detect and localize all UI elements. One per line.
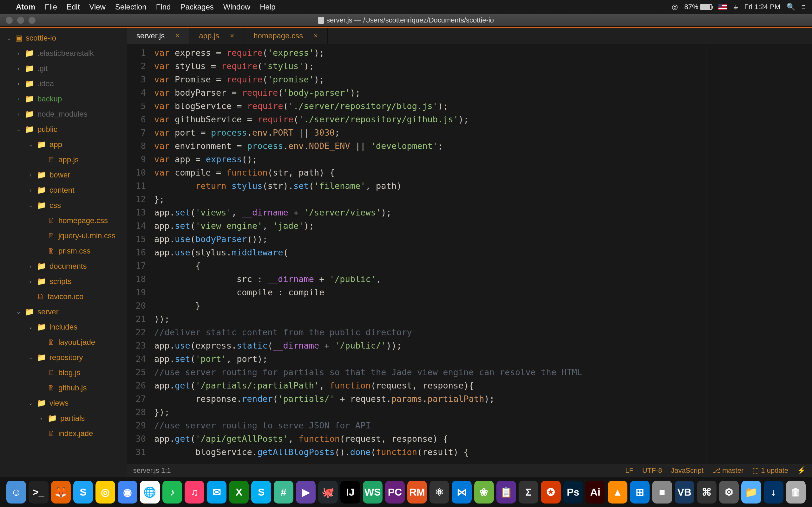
dock-app-icon[interactable]: VB [675,481,694,504]
menu-window[interactable]: Window [223,3,250,11]
disclosure-chevron-icon[interactable]: › [15,80,21,87]
code-line[interactable]: //deliver static content from the public… [154,326,812,339]
code-line[interactable]: var bodyParser = require('body-parser'); [154,86,812,100]
disclosure-chevron-icon[interactable]: › [15,96,21,102]
notification-center-icon[interactable]: ≡ [802,3,806,11]
code-line[interactable]: app.set('views', __dirname + '/server/vi… [154,206,812,219]
dock-app-icon[interactable]: 📁 [741,481,761,504]
code-line[interactable]: var compile = function(str, path) { [154,166,812,179]
dock-app-icon[interactable]: ■ [652,481,672,504]
dock-app-icon[interactable]: >_ [29,481,48,504]
disclosure-chevron-icon[interactable]: › [38,415,44,422]
folder-server[interactable]: ⌄📁server [0,304,127,320]
code-line[interactable]: app.use(stylus.middleware( [154,246,812,259]
wifi-icon[interactable]: ⏚ [734,3,738,11]
disclosure-chevron-icon[interactable]: ⌄ [27,354,34,361]
code-line[interactable]: }); [154,406,812,419]
code-line[interactable]: blogService.getAllBlogPosts().done(funct… [154,446,812,459]
code-line[interactable]: response.render('partials/' + request.pa… [154,392,812,406]
file-github.js[interactable]: 🗎github.js [0,380,127,395]
code-line[interactable]: var express = require('express'); [154,46,812,60]
code-line[interactable]: var githubService = require('./server/re… [154,113,812,126]
dock-app-icon[interactable]: WS [363,481,383,504]
dock-app-icon[interactable]: ▲ [608,481,627,504]
disclosure-chevron-icon[interactable]: ⌄ [27,202,34,209]
dock-app-icon[interactable]: 📋 [496,481,516,504]
folder-css[interactable]: ⌄📁css [0,198,127,213]
dock-app-icon[interactable]: IJ [340,481,360,504]
tab-app.js[interactable]: app.js× [189,28,244,44]
dock-app-icon[interactable]: ⋈ [452,481,471,504]
file-layout.jade[interactable]: 🗎layout.jade [0,335,127,350]
file-homepage.css[interactable]: 🗎homepage.css [0,213,127,228]
disclosure-chevron-icon[interactable]: ⌄ [27,324,34,331]
menu-selection[interactable]: Selection [115,3,147,11]
dock-app-icon[interactable]: ⚙ [719,481,739,504]
folder-node_modules[interactable]: ›📁node_modules [0,107,127,122]
code-line[interactable]: var Promise = require('promise'); [154,73,812,86]
dock-app-icon[interactable]: 🗑 [786,481,806,504]
folder-scripts[interactable]: ›📁scripts [0,274,127,289]
disclosure-chevron-icon[interactable]: › [27,278,34,285]
dock-app-icon[interactable]: 🌐 [140,481,159,504]
disclosure-chevron-icon[interactable]: › [15,65,21,72]
dock-app-icon[interactable]: ✪ [541,481,560,504]
dock-app-icon[interactable]: ⚛ [429,481,449,504]
code-line[interactable]: var environment = process.env.NODE_ENV |… [154,139,812,153]
disclosure-chevron-icon[interactable]: ⌄ [15,126,21,133]
close-tab-icon[interactable]: × [230,32,234,40]
disclosure-chevron-icon[interactable]: › [15,111,21,118]
dock-app-icon[interactable]: S [73,481,93,504]
folder-.idea[interactable]: ›📁.idea [0,76,127,91]
dock-app-icon[interactable]: ♫ [185,481,204,504]
dock-app-icon[interactable]: ⊞ [630,481,650,504]
tab-homepage.css[interactable]: homepage.css× [244,28,328,44]
status-file-pos[interactable]: server.js 1:1 [133,466,171,475]
code-line[interactable]: //use server routing for partials so tha… [154,366,812,379]
dock-app-icon[interactable]: ⌘ [697,481,716,504]
menu-file[interactable]: File [45,3,57,11]
code-line[interactable]: //use server routing to serve JSON for A… [154,419,812,432]
folder-public[interactable]: ⌄📁public [0,122,127,137]
squirrel-icon[interactable]: ⚡ [797,466,806,475]
folder-repository[interactable]: ⌄📁repository [0,350,127,365]
folder-.git[interactable]: ›📁.git [0,61,127,76]
package-updates[interactable]: ⬚ 1 update [752,466,788,475]
dock-app-icon[interactable]: ❀ [474,481,494,504]
git-branch[interactable]: ⎇ master [712,466,744,475]
status-encoding[interactable]: UTF-8 [642,466,662,475]
folder-views[interactable]: ⌄📁views [0,395,127,411]
disclosure-chevron-icon[interactable]: ⌄ [15,308,21,315]
menu-packages[interactable]: Packages [180,3,213,11]
file-tree-sidebar[interactable]: ⌄ ▣ scottie-io ›📁.elasticbeanstalk›📁.git… [0,26,127,477]
file-index.jade[interactable]: 🗎index.jade [0,426,127,441]
folder-backup[interactable]: ›📁backup [0,91,127,107]
disclosure-chevron-icon[interactable]: › [27,263,34,270]
disclosure-chevron-icon[interactable]: ⌄ [27,141,34,148]
input-source-flag-icon[interactable] [718,4,727,10]
code-line[interactable]: } [154,299,812,313]
menu-view[interactable]: View [89,3,106,11]
dock-app-icon[interactable]: ♪ [162,481,182,504]
file-prism.css[interactable]: 🗎prism.css [0,243,127,259]
battery-indicator[interactable]: 87% [684,3,712,11]
file-favicon.ico[interactable]: 🗎favicon.ico [0,289,127,304]
code-content[interactable]: var express = require('express');var sty… [150,44,812,464]
code-line[interactable]: )); [154,313,812,326]
folder-partials[interactable]: ›📁partials [0,411,127,426]
folder-includes[interactable]: ⌄📁includes [0,320,127,335]
code-line[interactable]: src : __dirname + '/public', [154,273,812,286]
disclosure-chevron-icon[interactable]: › [27,172,34,178]
dock-app-icon[interactable]: # [274,481,293,504]
file-app.js[interactable]: 🗎app.js [0,152,127,167]
code-line[interactable]: { [154,259,812,273]
status-line-ending[interactable]: LF [625,466,633,475]
dock-app-icon[interactable]: ↓ [764,481,783,504]
dock-app-icon[interactable]: RM [407,481,427,504]
project-root[interactable]: ⌄ ▣ scottie-io [0,31,127,46]
code-line[interactable]: app.use(express.static(__dirname + '/pub… [154,339,812,352]
code-line[interactable]: app.get('/partials/:partialPath', functi… [154,379,812,392]
code-editor[interactable]: 1234567891011121314151617181920212223242… [127,44,812,464]
dock-app-icon[interactable]: ◉ [118,481,137,504]
dock-app-icon[interactable]: S [251,481,271,504]
